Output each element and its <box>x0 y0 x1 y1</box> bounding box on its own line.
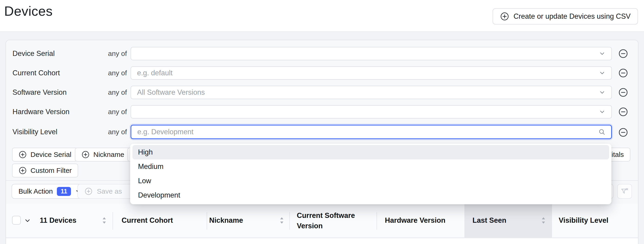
chip-label: Nickname <box>94 151 124 158</box>
remove-filter-hardware-version-button[interactable] <box>618 107 628 117</box>
hardware-version-input[interactable] <box>136 108 596 116</box>
add-filter-chip-nickname[interactable]: Nickname <box>75 148 130 162</box>
remove-filter-software-version-button[interactable] <box>618 87 628 98</box>
filter-select-visibility-level[interactable] <box>130 125 612 139</box>
column-divider <box>112 212 113 230</box>
clear-filters-button[interactable] <box>617 184 632 199</box>
current-cohort-input[interactable] <box>136 68 596 78</box>
plus-circle-icon <box>18 166 27 175</box>
chevron-down-icon <box>598 89 606 96</box>
minus-circle-icon <box>618 127 628 138</box>
visibility-level-dropdown: High Medium Low Development <box>130 144 612 204</box>
minus-circle-icon <box>618 48 628 59</box>
column-header-current-software-version: Current Software Version <box>297 210 373 231</box>
filter-label-current-cohort: Current Cohort <box>12 66 60 80</box>
select-menu-chevron-icon[interactable] <box>24 217 32 224</box>
plus-circle-icon <box>500 12 509 21</box>
dropdown-option-medium[interactable]: Medium <box>132 160 609 174</box>
custom-filter-chip[interactable]: Custom Filter <box>12 164 78 178</box>
create-csv-button[interactable]: Create or update Devices using CSV <box>492 8 638 24</box>
filter-select-current-cohort[interactable] <box>130 66 612 80</box>
bulk-count-badge: 11 <box>57 187 71 196</box>
column-header-devices-count[interactable]: 11 Devices <box>40 214 76 227</box>
minus-circle-icon <box>618 107 628 117</box>
filter-panel: Device Serial any of Current Cohort any … <box>6 40 638 244</box>
remove-filter-current-cohort-button[interactable] <box>618 68 628 78</box>
filter-label-hardware-version: Hardware Version <box>12 105 69 118</box>
sort-arrows-icon[interactable] <box>101 216 107 225</box>
filter-select-software-version[interactable] <box>130 86 612 99</box>
filter-label-device-serial: Device Serial <box>12 47 55 60</box>
save-as-label: Save as <box>97 188 122 195</box>
column-divider <box>207 212 207 230</box>
create-csv-label: Create or update Devices using CSV <box>514 12 630 20</box>
filter-label-software-version: Software Version <box>12 86 66 99</box>
funnel-x-icon <box>620 187 629 196</box>
table-first-row <box>6 238 638 244</box>
visibility-level-input[interactable] <box>137 128 596 136</box>
operator-label: any of <box>81 47 127 60</box>
device-serial-input[interactable] <box>136 49 596 58</box>
minus-circle-icon <box>618 87 628 98</box>
plus-circle-icon <box>18 150 27 159</box>
dropdown-option-low[interactable]: Low <box>132 174 609 188</box>
sort-arrows-icon[interactable] <box>279 216 285 225</box>
dropdown-option-high[interactable]: High <box>132 145 609 160</box>
plus-circle-icon <box>84 187 93 196</box>
filter-select-device-serial[interactable] <box>130 47 612 60</box>
operator-label: any of <box>81 125 127 139</box>
add-filter-chip-device-serial[interactable]: Device Serial <box>12 148 78 162</box>
page-title: Devices <box>4 3 53 19</box>
filter-label-visibility-level: Visibility Level <box>12 125 57 139</box>
remove-filter-device-serial-button[interactable] <box>618 48 628 59</box>
chip-label: Custom Filter <box>30 166 72 174</box>
operator-label: any of <box>81 86 127 99</box>
column-divider <box>376 212 377 230</box>
dropdown-option-development[interactable]: Development <box>132 188 609 202</box>
column-divider <box>290 212 290 230</box>
search-icon <box>598 128 606 136</box>
column-header-visibility-level: Visibility Level <box>559 214 608 227</box>
minus-circle-icon <box>618 68 628 78</box>
chevron-down-icon <box>598 50 606 57</box>
column-header-nickname[interactable]: Nickname <box>209 214 243 227</box>
select-all-checkbox[interactable] <box>12 216 21 224</box>
operator-label: any of <box>81 105 127 118</box>
column-header-last-seen[interactable]: Last Seen <box>472 214 506 227</box>
sort-arrows-icon[interactable] <box>540 216 546 225</box>
topbar: Devices Create or update Devices using C… <box>0 0 644 32</box>
remove-filter-visibility-level-button[interactable] <box>618 127 628 138</box>
bulk-action-label: Bulk Action <box>18 188 53 195</box>
filter-select-hardware-version[interactable] <box>130 105 612 118</box>
software-version-input[interactable] <box>136 88 596 97</box>
plus-circle-icon <box>81 150 90 159</box>
column-header-hardware-version: Hardware Version <box>385 214 446 227</box>
chip-label: Device Serial <box>30 151 72 158</box>
chevron-down-icon <box>598 108 606 116</box>
bulk-action-button[interactable]: Bulk Action 11 <box>12 184 88 199</box>
chevron-down-icon <box>598 69 606 77</box>
operator-label: any of <box>81 66 127 80</box>
column-header-current-cohort: Current Cohort <box>122 214 173 227</box>
